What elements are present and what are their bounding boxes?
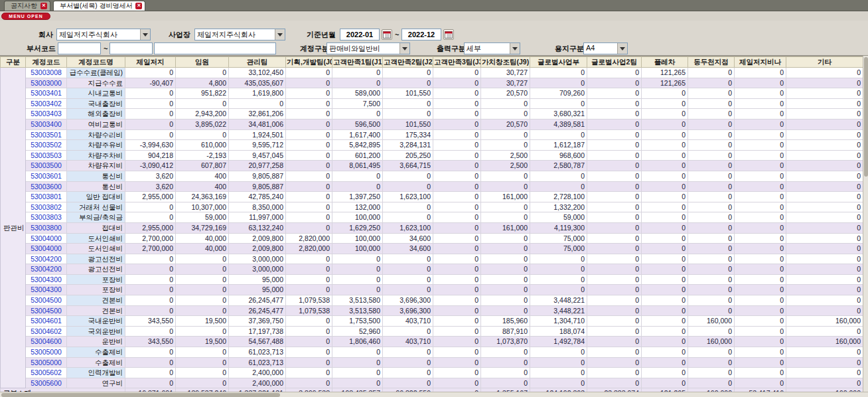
cell-value[interactable]: 0 <box>286 98 332 109</box>
cell-value[interactable]: 0 <box>735 68 786 78</box>
cell-value[interactable]: 0 <box>786 254 863 264</box>
cell-value[interactable]: 30,727 <box>481 68 530 78</box>
cell-value[interactable]: 0 <box>481 305 530 316</box>
cell-value[interactable]: 0 <box>735 119 786 129</box>
cell-value[interactable]: 0 <box>433 316 481 327</box>
cell-value[interactable]: 0 <box>433 326 481 337</box>
cell-value[interactable]: 0 <box>433 140 481 151</box>
cell-account-code[interactable]: 53003600 <box>26 181 67 192</box>
cell-value[interactable]: 19,500 <box>176 316 229 327</box>
cell-value[interactable]: 160,000 <box>688 316 735 327</box>
cell-value[interactable]: 0 <box>735 161 786 171</box>
cell-value[interactable]: 0 <box>688 109 735 119</box>
cell-account-name[interactable]: 여비교통비 <box>67 119 125 129</box>
cell-value[interactable]: 0 <box>125 88 176 99</box>
calendar-icon[interactable] <box>382 29 392 40</box>
cell-account-code[interactable]: 53003800 <box>26 222 67 233</box>
cell-value[interactable]: 0 <box>688 357 735 368</box>
cell-value[interactable]: 0 <box>176 357 229 368</box>
cell-value[interactable]: 0 <box>786 202 863 212</box>
cell-account-code[interactable]: 53003402 <box>26 98 67 109</box>
cell-account-code[interactable]: 53004500 <box>26 295 67 306</box>
cell-value[interactable]: 0 <box>433 337 481 347</box>
menu-open-button[interactable]: MENU OPEN <box>1 13 50 20</box>
column-header[interactable]: 구분 <box>1 57 26 68</box>
cell-value[interactable]: 0 <box>125 254 176 264</box>
cell-value[interactable]: 0 <box>735 244 786 254</box>
cell-value[interactable]: 0 <box>176 264 229 275</box>
cell-value[interactable]: 0 <box>383 378 433 388</box>
cell-value[interactable]: 1,619,800 <box>229 88 286 99</box>
cell-value[interactable]: 0 <box>688 119 735 129</box>
cell-account-code[interactable]: 53004300 <box>26 274 67 285</box>
cell-account-name[interactable]: 연구비 <box>67 378 125 388</box>
table-row[interactable]: 53003803부의금/축의금059,00011,997,0000100,000… <box>1 212 863 223</box>
column-header[interactable]: 고객만족2팀(J2) <box>383 57 433 68</box>
cell-value[interactable]: 3,448,221 <box>530 295 587 306</box>
cell-account-code[interactable]: 53003401 <box>26 88 67 99</box>
table-row[interactable]: 53003501차량수리비001,924,50101,617,400175,33… <box>1 129 863 140</box>
cell-value[interactable]: 1,612,187 <box>530 140 587 151</box>
cell-value[interactable]: 0 <box>433 264 481 275</box>
cell-value[interactable]: 0 <box>587 285 642 295</box>
cell-value[interactable]: 610,000 <box>176 140 229 151</box>
cell-account-name[interactable]: 포장비 <box>67 274 125 285</box>
cell-value[interactable]: 0 <box>530 98 587 109</box>
cell-value[interactable]: 0 <box>433 347 481 358</box>
horizontal-scrollbar-thumb[interactable] <box>1 393 280 397</box>
cell-value[interactable]: 0 <box>688 192 735 202</box>
cell-value[interactable]: 0 <box>642 274 688 285</box>
cell-value[interactable]: 0 <box>530 129 587 140</box>
cell-value[interactable]: 0 <box>786 212 863 223</box>
cell-value[interactable]: 0 <box>481 140 530 151</box>
cell-account-name[interactable]: 시내교통비 <box>67 88 125 99</box>
cell-account-name[interactable]: 차량주차비 <box>67 150 125 161</box>
cell-value[interactable]: 0 <box>786 171 863 181</box>
cell-value[interactable]: 0 <box>286 378 332 388</box>
cell-value[interactable]: 0 <box>125 109 176 119</box>
cell-value[interactable]: 0 <box>286 202 332 212</box>
cell-value[interactable]: 0 <box>587 78 642 88</box>
table-row[interactable]: 53004000도서인쇄비2,700,00040,0002,009,8002,8… <box>1 233 863 244</box>
cell-value[interactable]: 0 <box>786 181 863 192</box>
cell-value[interactable]: 0 <box>433 78 481 88</box>
cell-value[interactable]: 0 <box>176 285 229 295</box>
cell-value[interactable]: 0 <box>433 150 481 161</box>
cell-value[interactable]: 0 <box>642 161 688 171</box>
cell-value[interactable]: 0 <box>176 98 229 109</box>
cell-value[interactable]: 0 <box>286 254 332 264</box>
cell-value[interactable]: 0 <box>125 119 176 129</box>
cell-value[interactable]: 0 <box>642 181 688 192</box>
chevron-down-icon[interactable] <box>510 43 520 54</box>
cell-account-code[interactable]: 53004200 <box>26 254 67 264</box>
cell-value[interactable]: 0 <box>286 192 332 202</box>
cell-value[interactable]: 0 <box>332 357 383 368</box>
cell-value[interactable]: 3,620 <box>125 181 176 192</box>
cell-value[interactable]: 75,000 <box>530 233 587 244</box>
cell-value[interactable]: 0 <box>587 274 642 285</box>
cell-value[interactable]: 0 <box>735 171 786 181</box>
cell-value[interactable]: 709,260 <box>530 88 587 99</box>
cell-value[interactable]: 34,729,169 <box>176 222 229 233</box>
cell-value[interactable]: 0 <box>688 181 735 192</box>
cell-value[interactable]: 0 <box>530 285 587 295</box>
cell-value[interactable]: 0 <box>587 161 642 171</box>
cell-value[interactable]: 4,389,581 <box>530 119 587 129</box>
cell-value[interactable]: 0 <box>786 295 863 306</box>
cell-value[interactable]: 0 <box>642 347 688 358</box>
cell-value[interactable]: 400 <box>176 181 229 192</box>
cell-value[interactable]: 30,727 <box>481 78 530 88</box>
cell-value[interactable]: 0 <box>786 326 863 337</box>
cell-value[interactable]: 0 <box>332 78 383 88</box>
cell-value[interactable]: 1,332,200 <box>530 202 587 212</box>
cell-value[interactable]: 0 <box>286 368 332 378</box>
vertical-scrollbar[interactable] <box>863 56 868 392</box>
cell-account-code[interactable]: 53003403 <box>26 109 67 119</box>
cell-value[interactable]: 0 <box>286 171 332 181</box>
table-row[interactable]: 53005602인력개발비002,400,00000000000000 <box>1 368 863 378</box>
cell-value[interactable]: 0 <box>587 254 642 264</box>
cell-value[interactable]: 0 <box>433 88 481 99</box>
cell-value[interactable]: 0 <box>786 88 863 99</box>
cell-value[interactable]: 205,250 <box>383 150 433 161</box>
cell-account-code[interactable]: 53003801 <box>26 192 67 202</box>
